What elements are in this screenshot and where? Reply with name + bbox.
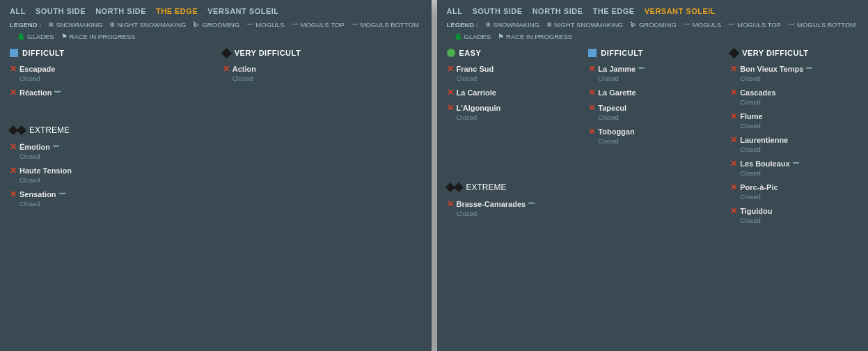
trail-algonquin-name: ✕ L'Algonquin xyxy=(447,103,575,113)
col-difficult-left: DIFFICULT ✕ Escapade Closed ✕ Réaction 〰 xyxy=(10,49,209,213)
legend-glades: 🌲 GLADES xyxy=(17,33,54,40)
tab-all-left[interactable]: ALL xyxy=(10,7,26,15)
trail-reaction: ✕ Réaction 〰 xyxy=(10,88,209,98)
difficult-header-right: DIFFICULT xyxy=(588,49,716,57)
very-difficult-header-right: VERY DIFFICULT xyxy=(730,49,858,57)
extreme-label-right: EXTREME xyxy=(466,182,507,192)
tab-north-left[interactable]: NORTH SIDE xyxy=(95,7,146,15)
moguls-icon: 〰 xyxy=(246,21,253,29)
trail-flume-name: ✕ Flume xyxy=(730,111,858,121)
action-status: Closed xyxy=(232,75,422,82)
legend-grooming: ⛷ GROOMING xyxy=(193,21,239,29)
legend-race-text: RACE IN PROGRESS xyxy=(70,33,136,40)
brasse-moguls-icon: 〰 xyxy=(528,201,535,208)
sensation-status: Closed xyxy=(19,200,209,208)
trail-cascades-name: ✕ Cascades xyxy=(730,88,858,98)
tab-edge-left[interactable]: THE EDGE xyxy=(156,7,198,15)
col-difficult-right: DIFFICULT ✕ La Jamme 〰 Closed ✕ La Garet… xyxy=(588,49,716,230)
la-carriole-status-icon: ✕ xyxy=(447,88,454,98)
trail-cascades: ✕ Cascades Closed xyxy=(730,88,858,106)
difficult-icon-left xyxy=(10,49,18,57)
trail-toboggan: ✕ Toboggan Closed xyxy=(588,127,716,145)
tab-south-left[interactable]: SOUTH SIDE xyxy=(35,7,86,15)
difficult-icon-right xyxy=(588,49,597,57)
la-garette-status-icon: ✕ xyxy=(588,88,595,98)
bon-vieux-temps-status-icon: ✕ xyxy=(730,64,737,74)
trail-flume: ✕ Flume Closed xyxy=(730,111,858,130)
legend-moguls-r: 〰 MOGULS xyxy=(684,21,721,29)
trail-la-garette: ✕ La Garette xyxy=(588,88,716,98)
very-difficult-label-left: VERY DIFFICULT xyxy=(235,49,301,57)
laurentienne-status-icon: ✕ xyxy=(730,135,737,145)
trail-bon-vieux-temps-name: ✕ Bon Vieux Temps 〰 xyxy=(730,64,858,74)
legend-moguls-top-r: 〰 MOGULS TOP xyxy=(728,21,781,29)
reaction-moguls-icon: 〰 xyxy=(54,89,61,96)
toboggan-status: Closed xyxy=(598,137,716,145)
legend-moguls-top: 〰 MOGULS TOP xyxy=(292,21,345,29)
legend-grooming-r: ⛷ GROOMING xyxy=(630,21,677,29)
tab-south-right[interactable]: SOUTH SIDE xyxy=(472,7,522,15)
emotion-moguls-icon: 〰 xyxy=(53,143,59,150)
tab-all-right[interactable]: ALL xyxy=(447,7,463,15)
extreme-icon-left xyxy=(10,127,25,134)
algonquin-status: Closed xyxy=(457,114,575,121)
easy-header-right: EASY xyxy=(447,49,575,57)
tab-bar-left: ALL SOUTH SIDE NORTH SIDE THE EDGE VERSA… xyxy=(10,7,422,15)
grooming-icon: ⛷ xyxy=(193,21,200,29)
trail-escapade-name: ✕ Escapade xyxy=(10,64,209,74)
laurentienne-status: Closed xyxy=(740,146,858,153)
legend-glades-text: GLADES xyxy=(27,33,54,40)
tab-north-right[interactable]: NORTH SIDE xyxy=(532,7,583,15)
legend-label-left: LEGEND : xyxy=(10,21,41,29)
tab-bar-right: ALL SOUTH SIDE NORTH SIDE THE EDGE VERSA… xyxy=(447,7,859,15)
legend-night-snowmaking: ❄ NIGHT SNOWMAKING xyxy=(109,21,186,29)
trail-franc-sud: ✕ Franc Sud Closed xyxy=(447,64,575,82)
la-jamme-moguls-icon: 〰 xyxy=(638,65,645,72)
trail-porc-a-pic-name: ✕ Porc-à-Pic xyxy=(730,182,858,192)
extreme-icon-right xyxy=(447,184,462,191)
col-very-difficult-right: VERY DIFFICULT ✕ Bon Vieux Temps 〰 Close… xyxy=(730,49,858,230)
les-bouleaux-status-icon: ✕ xyxy=(730,159,737,169)
trail-bon-vieux-temps: ✕ Bon Vieux Temps 〰 Closed xyxy=(730,64,858,82)
trail-algonquin: ✕ L'Algonquin Closed xyxy=(447,103,575,121)
moguls-bottom-icon: 〰 xyxy=(352,21,358,29)
trail-les-bouleaux: ✕ Les Bouleaux 〰 Closed xyxy=(730,159,858,177)
trail-reaction-name: ✕ Réaction 〰 xyxy=(10,88,209,98)
tab-versant-right[interactable]: VERSANT SOLEIL xyxy=(645,7,716,15)
trail-haute-tension-name: ✕ Haute Tension xyxy=(10,166,209,176)
snowmaking-icon: ❄ xyxy=(48,21,54,29)
trail-la-carriole-name: ✕ La Carriole xyxy=(447,88,575,98)
tapecul-status: Closed xyxy=(598,114,716,121)
tab-versant-left[interactable]: VERSANT SOLEIL xyxy=(207,7,278,15)
glades-icon: 🌲 xyxy=(17,33,25,40)
haute-tension-status: Closed xyxy=(19,176,209,184)
bon-vieux-temps-status: Closed xyxy=(740,75,858,82)
extreme-header-right: EXTREME xyxy=(447,182,575,192)
trail-toboggan-name: ✕ Toboggan xyxy=(588,127,716,136)
left-content-grid: DIFFICULT ✕ Escapade Closed ✕ Réaction 〰 xyxy=(10,49,422,213)
tiguidou-status: Closed xyxy=(740,217,858,224)
flume-status: Closed xyxy=(740,122,858,130)
right-content-grid: EASY ✕ Franc Sud Closed ✕ La Carriole ✕ xyxy=(447,49,859,230)
franc-sud-status: Closed xyxy=(457,75,575,82)
tab-edge-right[interactable]: THE EDGE xyxy=(592,7,634,15)
left-panel: ALL SOUTH SIDE NORTH SIDE THE EDGE VERSA… xyxy=(0,0,432,351)
trail-porc-a-pic: ✕ Porc-à-Pic Closed xyxy=(730,182,858,201)
legend-moguls-bottom-text: MOGULS BOTTOM xyxy=(361,21,419,29)
franc-sud-status-icon: ✕ xyxy=(447,64,454,74)
trail-tiguidou: ✕ Tiguidou Closed xyxy=(730,206,858,224)
trail-escapade: ✕ Escapade Closed xyxy=(10,64,209,82)
sensation-status-icon: ✕ xyxy=(10,189,17,199)
tapecul-status-icon: ✕ xyxy=(588,103,595,113)
trail-emotion-name: ✕ Émotion 〰 xyxy=(10,142,209,152)
trail-la-carriole: ✕ La Carriole xyxy=(447,88,575,98)
porc-a-pic-status-icon: ✕ xyxy=(730,182,737,192)
cascades-status: Closed xyxy=(740,98,858,106)
right-panel: ALL SOUTH SIDE NORTH SIDE THE EDGE VERSA… xyxy=(437,0,869,351)
legend-right: LEGEND : ❄ SNOWMAKING ❄ NIGHT SNOWMAKING… xyxy=(447,21,859,40)
trail-sensation: ✕ Sensation 〰 Closed xyxy=(10,189,209,208)
trail-action-name: ✕ Action xyxy=(223,64,422,74)
very-difficult-icon-left xyxy=(221,47,232,58)
trail-les-bouleaux-name: ✕ Les Bouleaux 〰 xyxy=(730,159,858,169)
la-jamme-status-icon: ✕ xyxy=(588,64,595,74)
